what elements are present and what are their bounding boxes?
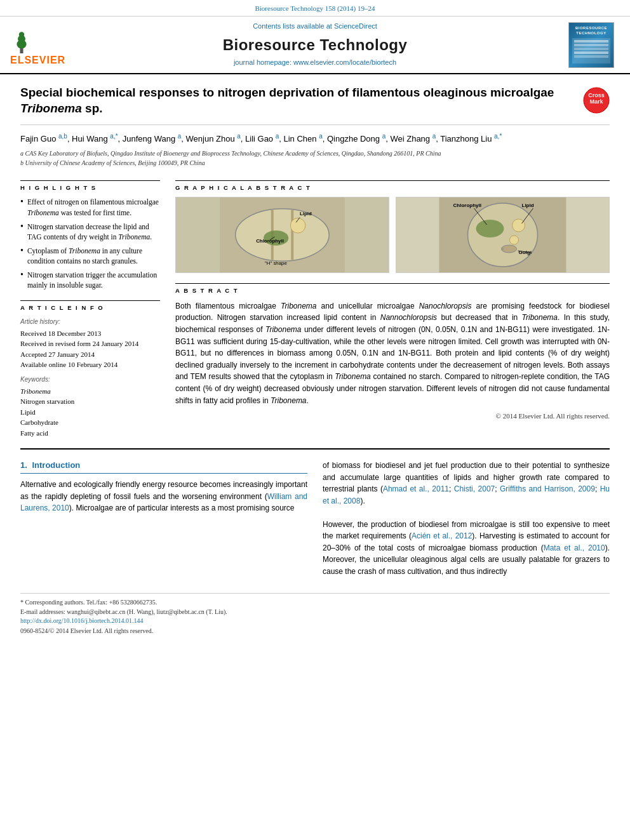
cite-mata[interactable]: Mata et al., 2010 <box>544 543 605 552</box>
highlight-text-4: Nitrogen starvation trigger the accumula… <box>27 270 160 290</box>
cover-title-text: BIORESOURCETECHNOLOGY <box>575 26 607 36</box>
intro-paragraph-2: of biomass for biodiesel and jet fuel pr… <box>323 460 610 507</box>
keyword-1: Tribonema <box>20 386 160 397</box>
journal-citation-bar: Bioresource Technology 158 (2014) 19–24 <box>0 0 630 17</box>
graphical-abstract-images: Lipid Chlorophyll "H" shape <box>175 197 610 273</box>
highlights-header: H I G H L I G H T S <box>20 180 160 192</box>
section-divider <box>20 448 610 450</box>
svg-point-20 <box>476 220 504 237</box>
main-content: Special biochemical responses to nitroge… <box>0 74 630 646</box>
highlight-text-2: Nitrogen starvation decrease the lipid a… <box>27 222 160 242</box>
ga-image-right: Chlorophyll Lipid Golgi <box>396 197 610 273</box>
svg-rect-0 <box>20 48 23 53</box>
received-revised-date: Received in revised form 24 January 2014 <box>20 338 160 349</box>
authors-section: Fajin Guo a,b, Hui Wang a,*, Junfeng Wan… <box>20 125 610 173</box>
svg-rect-10 <box>291 210 293 260</box>
two-col-section: H I G H L I G H T S • Effect of nitrogen… <box>20 180 610 438</box>
svg-text:"H" shape: "H" shape <box>265 261 287 267</box>
homepage-prefix: journal homepage: <box>234 58 293 66</box>
intro-left-col: 1. Introduction Alternative and ecologic… <box>20 460 307 578</box>
journal-cover-thumbnail: BIORESOURCETECHNOLOGY <box>568 22 614 68</box>
keyword-5: Fatty acid <box>20 428 160 439</box>
journal-homepage: journal homepage: www.elsevier.com/locat… <box>234 58 396 67</box>
abstract-section: A B S T R A C T Both filamentous microal… <box>175 283 610 421</box>
bullet-1: • <box>20 197 23 206</box>
svg-point-22 <box>510 236 519 244</box>
bullet-4: • <box>20 270 23 279</box>
journal-citation-text: Bioresource Technology 158 (2014) 19–24 <box>255 4 375 12</box>
crossmark-badge[interactable]: Cross Mark <box>583 87 610 114</box>
journal-header: ELSEVIER Contents lists available at Sci… <box>0 17 630 74</box>
article-title: Special biochemical responses to nitroge… <box>20 84 573 117</box>
intro-paragraph-1: Alternative and ecologically friendly en… <box>20 479 307 514</box>
keyword-4: Carbohydrate <box>20 417 160 428</box>
graphical-abstract-header: G R A P H I C A L A B S T R A C T <box>175 180 610 192</box>
journal-header-center: Contents lists available at ScienceDirec… <box>74 22 556 67</box>
journal-header-right: BIORESOURCETECHNOLOGY <box>563 22 620 67</box>
journal-header-left: ELSEVIER <box>10 22 67 67</box>
svg-point-3 <box>19 32 24 37</box>
homepage-link[interactable]: www.elsevier.com/locate/biortech <box>293 58 396 66</box>
ga-image-left: Lipid Chlorophyll "H" shape <box>175 197 389 273</box>
intro-paragraph-3: However, the production of biodiesel fro… <box>323 519 610 578</box>
keywords-label: Keywords: <box>20 375 160 384</box>
page-footer: * Corresponding authors. Tel./fax: +86 5… <box>20 593 610 636</box>
introduction-section: 1. Introduction Alternative and ecologic… <box>20 460 610 578</box>
abstract-copyright: © 2014 Elsevier Ltd. All rights reserved… <box>175 411 610 421</box>
left-column: H I G H L I G H T S • Effect of nitrogen… <box>20 180 160 438</box>
bullet-3: • <box>20 246 23 255</box>
accepted-date: Accepted 27 January 2014 <box>20 349 160 360</box>
affiliations: a CAS Key Laboratory of Biofuels, Qingda… <box>20 149 610 168</box>
intro-section-title: 1. Introduction <box>20 460 307 474</box>
highlight-item-2: • Nitrogen starvation decrease the lipid… <box>20 222 160 242</box>
bullet-2: • <box>20 222 23 231</box>
right-column: G R A P H I C A L A B S T R A C T <box>175 180 610 438</box>
article-title-container: Special biochemical responses to nitroge… <box>20 84 573 117</box>
svg-text:Lipid: Lipid <box>522 203 534 208</box>
intro-section-label: Introduction <box>32 460 80 470</box>
received-date: Received 18 December 2013 <box>20 328 160 339</box>
svg-text:Cross: Cross <box>588 92 605 98</box>
cite-griffiths[interactable]: Griffiths and Harrison, 2009 <box>500 484 595 493</box>
svg-text:Lipid: Lipid <box>300 211 312 217</box>
svg-text:Mark: Mark <box>589 98 603 105</box>
keyword-3: Lipid <box>20 407 160 418</box>
journal-title: Bioresource Technology <box>223 34 408 56</box>
keywords-section: Keywords: Tribonema Nitrogen starvation … <box>20 375 160 439</box>
svg-point-21 <box>513 219 525 232</box>
article-info-header: A R T I C L E I N F O <box>20 300 160 312</box>
affiliation-a: a CAS Key Laboratory of Biofuels, Qingda… <box>20 149 610 158</box>
highlights-section: H I G H L I G H T S • Effect of nitrogen… <box>20 180 160 290</box>
doi-link[interactable]: http://dx.doi.org/10.1016/j.biortech.201… <box>20 617 610 625</box>
cite-william-laurens[interactable]: William and Laurens, 2010 <box>20 492 307 513</box>
sciencedirect-info: Contents lists available at ScienceDirec… <box>253 22 377 31</box>
corresponding-author-note: * Corresponding authors. Tel./fax: +86 5… <box>20 597 610 607</box>
graphical-abstract-section: G R A P H I C A L A B S T R A C T <box>175 180 610 273</box>
article-info-section: A R T I C L E I N F O Article history: R… <box>20 300 160 438</box>
highlight-text-1: Effect of nitrogen on filamentous microa… <box>27 197 160 217</box>
email-note: E-mail addresses: wanghui@qibebt.ac.cn (… <box>20 607 610 617</box>
article-history-label: Article history: <box>20 317 160 326</box>
sciencedirect-link-text[interactable]: ScienceDirect <box>334 22 377 30</box>
cite-acien[interactable]: Acién et al., 2012 <box>412 531 472 540</box>
abstract-text: Both filamentous microalgae Tribonema an… <box>175 300 610 406</box>
elsevier-logo-text: ELSEVIER <box>10 53 65 67</box>
svg-point-23 <box>502 245 517 253</box>
svg-text:Chlorophyll: Chlorophyll <box>453 203 481 208</box>
highlight-item-1: • Effect of nitrogen on filamentous micr… <box>20 197 160 217</box>
sciencedirect-prefix: Contents lists available at <box>253 22 334 30</box>
cite-ahmad[interactable]: Ahmad et al., 2011 <box>383 484 449 493</box>
svg-point-19 <box>468 203 538 267</box>
article-title-section: Special biochemical responses to nitroge… <box>20 84 610 125</box>
abstract-header: A B S T R A C T <box>175 283 610 295</box>
cite-chisti[interactable]: Chisti, 2007 <box>454 484 495 493</box>
keyword-2: Nitrogen starvation <box>20 396 160 407</box>
highlight-item-4: • Nitrogen starvation trigger the accumu… <box>20 270 160 290</box>
available-date: Available online 10 February 2014 <box>20 359 160 370</box>
highlight-item-3: • Cytoplasm of Tribonema in any culture … <box>20 246 160 266</box>
article-history: Article history: Received 18 December 20… <box>20 317 160 370</box>
highlight-text-3: Cytoplasm of Tribonema in any culture co… <box>27 246 160 266</box>
elsevier-tree-logo <box>10 29 33 53</box>
author-names: Fajin Guo a,b, Hui Wang a,*, Junfeng Wan… <box>20 131 610 146</box>
affiliation-b: b University of Chinese Academy of Scien… <box>20 158 610 168</box>
